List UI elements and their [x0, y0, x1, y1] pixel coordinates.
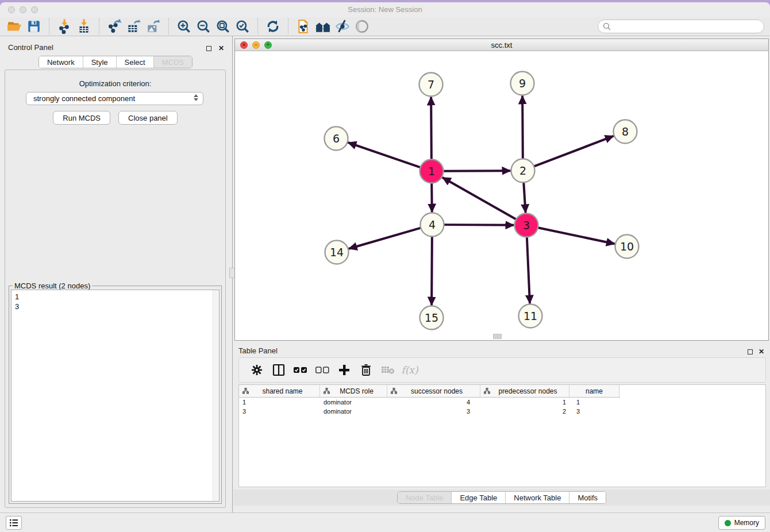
toolbar-separator [288, 18, 288, 34]
tab-mcds[interactable]: MCDS [153, 56, 192, 68]
cell-name[interactable]: 3 [569, 408, 619, 415]
optimization-criterion-select[interactable]: strongly connected component [26, 92, 203, 105]
tab-network[interactable]: Network [39, 56, 83, 68]
import-network-icon[interactable] [56, 18, 73, 34]
table-panel-close-button[interactable]: ✕ [759, 346, 764, 356]
graph-edge-3-10[interactable] [538, 228, 615, 244]
column-type-icon [324, 388, 330, 394]
tab-node-table[interactable]: Node Table [398, 492, 452, 503]
graph-node-label: 3 [523, 219, 530, 232]
memory-label: Memory [734, 519, 759, 527]
cell-shared-name[interactable]: 3 [239, 408, 320, 415]
search-field[interactable] [598, 20, 764, 33]
cell-mcds-role[interactable]: dominator [320, 399, 387, 406]
open-session-icon[interactable] [6, 18, 23, 34]
table-toolbar: f(x) [238, 357, 766, 383]
home-icon[interactable] [314, 18, 332, 34]
table-panel-float-button[interactable] [748, 346, 753, 357]
export-table-icon[interactable] [125, 18, 143, 34]
network-canvas[interactable]: 7968124314101511 [234, 51, 769, 341]
hide-icon[interactable] [334, 18, 351, 34]
tab-network-table[interactable]: Network Table [505, 492, 569, 503]
graph-edge-1-2[interactable] [443, 171, 510, 171]
mcds-result-fieldset: MCDS result (2 nodes) 1 3 [9, 286, 222, 504]
mcds-result-area[interactable]: 1 3 [11, 290, 220, 502]
save-session-icon[interactable] [25, 18, 43, 34]
appearance-icon[interactable] [353, 18, 371, 34]
memory-button[interactable]: Memory [718, 516, 765, 530]
toolbar-separator [257, 18, 258, 34]
search-input[interactable] [614, 22, 760, 31]
delete-column-icon[interactable] [355, 361, 377, 379]
graph-edge-3-11[interactable] [527, 237, 530, 303]
node-table: shared name MCDS role successor nodes pr… [238, 384, 766, 487]
graph-edge-2-8[interactable] [534, 136, 614, 167]
export-network-icon[interactable] [106, 18, 123, 34]
zoom-selected-icon[interactable] [234, 18, 251, 34]
graph-edge-1-7[interactable] [431, 97, 432, 159]
control-panel-close-button[interactable]: ✕ [218, 43, 224, 53]
cell-name[interactable]: 1 [569, 399, 619, 406]
mcds-result-line: 3 [15, 302, 215, 311]
control-panel: Control Panel ✕ Network Style Select MCD… [0, 36, 231, 513]
cell-successor-nodes[interactable]: 4 [387, 399, 480, 406]
select-all-icon[interactable] [290, 361, 311, 379]
graph-node-label: 8 [622, 125, 629, 138]
run-mcds-button[interactable]: Run MCDS [53, 111, 110, 125]
table-row[interactable]: 1 dominator 4 1 1 [239, 398, 765, 407]
graph-edge-4-3[interactable] [444, 225, 514, 225]
graph-edge-4-14[interactable] [349, 228, 421, 249]
tab-select[interactable]: Select [116, 56, 153, 68]
function-builder-icon[interactable]: f(x) [399, 361, 421, 379]
cell-predecessor-nodes[interactable]: 1 [480, 399, 569, 406]
graph-edge-1-6[interactable] [348, 142, 420, 167]
graph-node-label: 11 [523, 310, 537, 322]
table-row[interactable]: 3 dominator 3 2 3 [239, 407, 765, 416]
zoom-fit-icon[interactable] [214, 18, 232, 34]
mcds-result-title: MCDS result (2 nodes) [13, 282, 92, 290]
toolbar-separator [99, 18, 99, 34]
task-history-button[interactable] [6, 516, 22, 530]
deselect-all-icon[interactable] [311, 361, 333, 379]
tab-edge-table[interactable]: Edge Table [451, 492, 505, 503]
canvas-splitter-handle[interactable] [493, 334, 502, 339]
graph-edge-1-4[interactable] [432, 183, 432, 212]
optimization-criterion-value: strongly connected component [33, 94, 135, 103]
column-header-predecessor-nodes[interactable]: predecessor nodes [480, 385, 569, 397]
zoom-in-icon[interactable] [175, 18, 192, 34]
cell-successor-nodes[interactable]: 3 [387, 408, 480, 415]
cell-shared-name[interactable]: 1 [239, 399, 320, 406]
column-header-successor-nodes[interactable]: successor nodes [387, 385, 480, 397]
column-type-icon [242, 388, 249, 394]
column-label: predecessor nodes [490, 387, 569, 395]
cell-predecessor-nodes[interactable]: 2 [480, 408, 569, 415]
import-table-icon[interactable] [75, 18, 93, 34]
mcds-result-line: 1 [15, 292, 215, 302]
refresh-icon[interactable] [264, 18, 282, 34]
tab-motifs[interactable]: Motifs [569, 492, 606, 503]
close-panel-button[interactable]: Close panel [118, 111, 178, 125]
column-header-shared-name[interactable]: shared name [239, 385, 320, 397]
cell-mcds-role[interactable]: dominator [320, 408, 387, 415]
graph-node-label: 4 [429, 218, 436, 231]
zoom-out-icon[interactable] [195, 18, 212, 34]
scrollbar[interactable] [213, 290, 219, 501]
table-settings-icon[interactable] [246, 361, 268, 379]
graph-edge-2-3[interactable] [523, 182, 525, 213]
column-header-mcds-role[interactable]: MCDS role [320, 385, 387, 397]
export-image-icon[interactable] [145, 18, 162, 34]
mcds-tab-content: Optimization criterion: strongly connect… [5, 70, 226, 508]
graph-edge-4-15[interactable] [432, 236, 432, 305]
graph-edge-3-1[interactable] [442, 178, 517, 219]
network-title: scc.txt [235, 41, 768, 49]
control-panel-float-button[interactable] [206, 43, 211, 53]
add-column-icon[interactable] [333, 361, 355, 379]
show-columns-icon[interactable] [268, 361, 290, 379]
tab-style[interactable]: Style [83, 56, 116, 68]
delete-table-icon[interactable] [377, 361, 399, 379]
duplicate-network-icon[interactable] [295, 18, 312, 34]
table-panel-title: Table Panel [238, 346, 278, 355]
graph-edge-2-9[interactable] [522, 95, 523, 159]
column-header-name[interactable]: name [569, 385, 619, 397]
graph-node-label: 15 [425, 311, 438, 324]
